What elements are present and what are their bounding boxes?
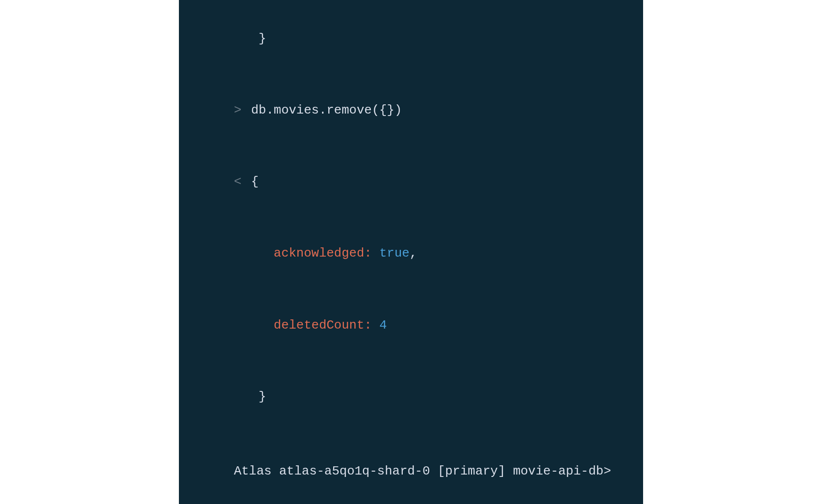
prompt-input-icon: > [234, 99, 244, 122]
shell-prompt[interactable]: Atlas atlas-a5qo1q-shard-0 [primary] mov… [189, 433, 633, 504]
command-line: > db.movies.remove({}) [189, 75, 633, 146]
prompt-output-icon: < [234, 170, 244, 194]
output-line-count: deletedCount: 4 [189, 289, 633, 361]
command-text: db.movies.remove({}) [251, 103, 402, 117]
prompt-text: Atlas atlas-a5qo1q-shard-0 [primary] mov… [234, 464, 611, 478]
output-line-ack: acknowledged: true, [189, 218, 633, 289]
output-line-close: } [189, 361, 633, 432]
terminal-body[interactable]: acknowledged: true, deletedCount: 1 } > … [179, 0, 643, 504]
output-line-prev-close: } [189, 3, 633, 74]
output-line-open: < { [189, 146, 633, 218]
mongosh-terminal: >_MONGOSH acknowledged: true, deletedCou… [179, 0, 643, 504]
